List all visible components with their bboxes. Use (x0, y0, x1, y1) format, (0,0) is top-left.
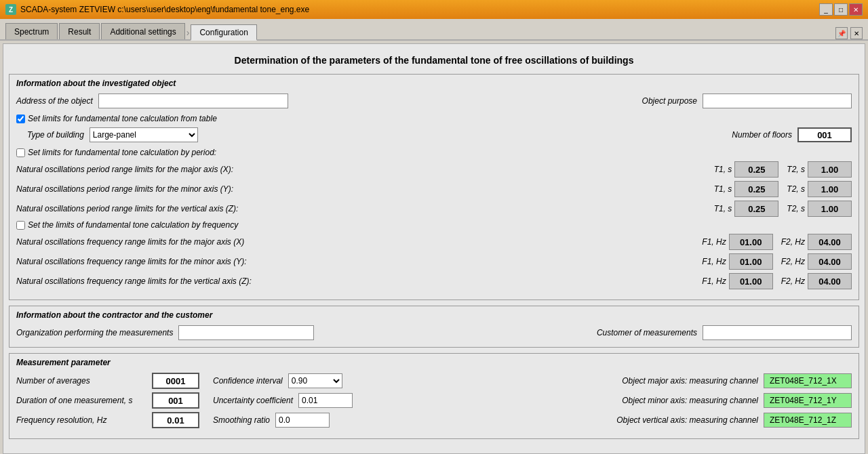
contractor-info-section: Information about the contractor and the… (9, 306, 859, 348)
period-axis-vertical: Natural oscillations period range limits… (16, 201, 852, 217)
address-input[interactable] (98, 94, 288, 108)
maximize-button[interactable]: □ (834, 3, 848, 16)
freq-axis-major: Natural oscillations frequency range lim… (16, 234, 852, 250)
contractor-info-title: Information about the contractor and the… (16, 310, 852, 320)
measurement-section: Measurement parameter Number of averages… (9, 353, 859, 439)
tab-bar: Spectrum Result Additional settings › Co… (0, 19, 868, 41)
window-controls: _ □ ✕ (819, 3, 863, 16)
major-channel-label: Object major axis: measuring channel (622, 376, 758, 386)
minimize-button[interactable]: _ (819, 3, 833, 16)
org-input[interactable] (178, 325, 314, 340)
tab-separator: › (186, 27, 190, 38)
period-axis-major: Natural oscillations period range limits… (16, 161, 852, 178)
freq-major-label: Natural oscillations frequency range lim… (16, 237, 342, 247)
period-minor-label: Natural oscillations period range limits… (16, 184, 342, 194)
freq-resolution-input[interactable] (152, 412, 199, 428)
customer-label: Customer of measurements (597, 328, 697, 337)
close-button[interactable]: ✕ (849, 3, 863, 16)
minor-channel-value: ZET048E_712_1Y (764, 393, 852, 408)
object-info-title: Information about the investigated objec… (16, 79, 852, 88)
vertical-channel-value: ZET048E_712_1Z (764, 413, 852, 428)
app-icon: Z (5, 4, 16, 15)
measurement-title: Measurement parameter (16, 358, 852, 367)
period-vertical-t2[interactable] (808, 201, 852, 217)
period-minor-t1[interactable] (734, 181, 778, 197)
freq-minor-label: Natural oscillations frequency range lim… (16, 257, 342, 266)
period-vertical-label: Natural oscillations period range limits… (16, 204, 342, 213)
calc-by-period-label: Set limits for fundamental tone calculat… (28, 148, 216, 157)
confidence-select[interactable]: 0.90 0.95 0.99 (288, 373, 342, 388)
period-axis-minor: Natural oscillations period range limits… (16, 181, 852, 197)
period-minor-t2[interactable] (808, 181, 852, 197)
freq-vertical-f2[interactable] (808, 273, 852, 289)
calc-from-table-checkbox[interactable] (16, 115, 25, 123)
period-major-label: Natural oscillations period range limits… (16, 165, 342, 174)
purpose-label: Object purpose (642, 96, 697, 106)
smoothing-input[interactable] (275, 413, 330, 428)
pin-button[interactable]: 📌 (835, 27, 848, 39)
tab-result[interactable]: Result (59, 23, 100, 39)
purpose-input[interactable] (703, 94, 852, 108)
object-info-section: Information about the investigated objec… (9, 74, 859, 300)
calc-from-table-label: Set limits for fundamental tone calculat… (28, 114, 217, 123)
calc-by-frequency-checkbox[interactable] (16, 221, 25, 230)
period-major-t2[interactable] (808, 161, 852, 178)
floors-input[interactable] (797, 127, 852, 142)
building-type-label: Type of building (27, 130, 84, 140)
minor-channel-label: Object minor axis: measuring channel (622, 396, 758, 405)
main-content: Determination of the parameters of the f… (3, 43, 865, 454)
tab-additional[interactable]: Additional settings (101, 23, 184, 39)
window-title: SCADA-system ZETVIEW c:\users\user\deskt… (20, 5, 309, 14)
duration-input[interactable] (152, 392, 199, 409)
freq-major-f1[interactable] (729, 234, 773, 250)
confidence-label: Confidence interval (213, 376, 283, 386)
period-vertical-t1[interactable] (734, 201, 778, 217)
freq-resolution-label: Frequency resolution, Hz (16, 415, 152, 425)
period-major-t1[interactable] (734, 161, 778, 178)
freq-major-f2[interactable] (808, 234, 852, 250)
calc-by-frequency-label: Set the limits of fundamental tone calcu… (28, 220, 238, 230)
org-label: Organization performing the measurements (16, 328, 173, 337)
averages-input[interactable] (152, 373, 199, 389)
freq-axis-minor: Natural oscillations frequency range lim… (16, 253, 852, 270)
duration-label: Duration of one measurement, s (16, 396, 152, 405)
uncertainty-input[interactable] (298, 393, 353, 408)
freq-vertical-f1[interactable] (729, 273, 773, 289)
uncertainty-label: Uncertainty coefficient (213, 396, 293, 405)
calc-by-period-checkbox[interactable] (16, 148, 25, 157)
major-channel-value: ZET048E_712_1X (764, 373, 852, 388)
freq-minor-f2[interactable] (808, 253, 852, 270)
floors-label: Number of floors (732, 130, 792, 140)
vertical-channel-label: Object vertical axis: measuring channel (616, 415, 758, 425)
freq-minor-f1[interactable] (729, 253, 773, 270)
customer-input[interactable] (703, 325, 852, 340)
page-title: Determination of the parameters of the f… (9, 49, 859, 74)
smoothing-label: Smoothing ratio (213, 415, 270, 425)
averages-label: Number of averages (16, 376, 152, 386)
tab-configuration[interactable]: Configuration (191, 24, 256, 41)
tab-spectrum[interactable]: Spectrum (5, 23, 58, 39)
title-bar: Z SCADA-system ZETVIEW c:\users\user\des… (0, 0, 868, 19)
tab-close-button[interactable]: ✕ (850, 27, 863, 39)
freq-axis-vertical: Natural oscillations frequency range lim… (16, 273, 852, 289)
building-type-select[interactable]: Large-panel Brick Frame Monolithic (90, 127, 198, 142)
address-label: Address of the object (16, 96, 93, 106)
freq-vertical-label: Natural oscillations frequency range lim… (16, 276, 342, 286)
